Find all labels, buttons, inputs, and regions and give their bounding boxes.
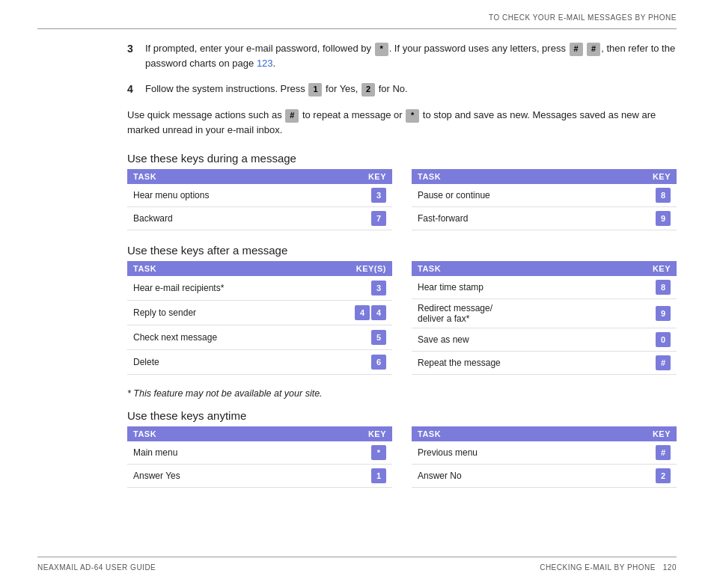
key-hash-para: # <box>285 109 299 123</box>
table-row: Previous menu # <box>412 441 677 465</box>
s1-key4: 9 <box>607 206 677 230</box>
page-header: TO CHECK YOUR E-MAIL MESSAGES BY PHONE <box>489 13 677 22</box>
section3-table-wrapper: TASK KEY Main menu * Answer Yes 1 <box>127 426 677 488</box>
s2-key5: 8 <box>613 276 677 299</box>
step-3-text: If prompted, enter your e-mail password,… <box>145 41 677 71</box>
table-row: Answer No 2 <box>412 464 677 487</box>
key-star-badge: * <box>375 43 388 56</box>
s3-task4: Answer No <box>412 464 599 487</box>
section2-table-wrapper: TASK KEY(S) Hear e-mail recipients* 3 Re… <box>127 261 677 375</box>
s2-task4: Delete <box>127 349 314 374</box>
table-row: Backward 7 <box>127 206 392 230</box>
table-row: Save as new 0 <box>412 328 677 351</box>
s1-task2: Pause or continue <box>412 184 607 207</box>
key-1-badge: 1 <box>308 83 322 97</box>
s3-col2-header: KEY <box>302 426 392 441</box>
table-row: Hear menu options 3 <box>127 184 392 207</box>
s2-task8: Repeat the message <box>412 351 613 374</box>
section3-right-table: TASK KEY Previous menu # Answer No 2 <box>412 426 677 488</box>
s1-col3-header: TASK <box>412 169 607 184</box>
table-gap2 <box>398 261 406 375</box>
s1-task4: Fast-forward <box>412 206 607 230</box>
s2-task6: Redirect message/deliver a fax* <box>412 298 613 328</box>
key-star-para: * <box>406 109 419 123</box>
s2-key2: 44 <box>314 300 392 325</box>
main-content: 3 If prompted, enter your e-mail passwor… <box>127 41 677 547</box>
feature-note: * This feature may not be available at y… <box>127 388 677 399</box>
section2-left-table: TASK KEY(S) Hear e-mail recipients* 3 Re… <box>127 261 392 375</box>
step-3-number: 3 <box>127 41 139 71</box>
section1-right-table: TASK KEY Pause or continue 8 Fast-forwar… <box>412 169 677 230</box>
table-row: Pause or continue 8 <box>412 184 677 207</box>
section3-left-table: TASK KEY Main menu * Answer Yes 1 <box>127 426 392 488</box>
s2-task5: Hear time stamp <box>412 276 613 299</box>
table-row: Check next message 5 <box>127 325 392 349</box>
table-row: Delete 6 <box>127 349 392 374</box>
s3-col4-header: KEY <box>599 426 677 441</box>
s3-col3-header: TASK <box>412 426 599 441</box>
key-hash-badge-1: # <box>570 43 583 56</box>
s1-task3: Backward <box>127 206 325 230</box>
footer-left: NEAXMAIL AD-64 USER GUIDE <box>37 563 156 572</box>
s1-col1-header: TASK <box>127 169 325 184</box>
step-4: 4 Follow the system instructions. Press … <box>127 82 677 97</box>
s3-key3: 1 <box>302 464 392 487</box>
table-row: Reply to sender 44 <box>127 300 392 325</box>
s1-col4-header: KEY <box>607 169 677 184</box>
s2-col2-header: KEY(S) <box>314 261 392 276</box>
table-gap <box>398 169 406 230</box>
table-gap3 <box>398 426 406 488</box>
s3-task1: Main menu <box>127 441 302 465</box>
s1-key3: 7 <box>325 206 392 230</box>
s1-task1: Hear menu options <box>127 184 325 207</box>
section2-right-table: TASK KEY Hear time stamp 8 Redirect mess… <box>412 261 677 375</box>
s1-key1: 3 <box>325 184 392 207</box>
s3-col1-header: TASK <box>127 426 302 441</box>
s2-key8: # <box>613 351 677 374</box>
section1-table-wrapper: TASK KEY Hear menu options 3 Backward 7 <box>127 169 677 230</box>
step-4-number: 4 <box>127 82 139 97</box>
step-3: 3 If prompted, enter your e-mail passwor… <box>127 41 677 71</box>
s3-task2: Previous menu <box>412 441 599 465</box>
key-hash-badge-2: # <box>587 43 600 56</box>
table-row: Answer Yes 1 <box>127 464 392 487</box>
s3-key2: # <box>599 441 677 465</box>
quick-actions-para: Use quick message actions such as # to r… <box>127 108 677 138</box>
s2-key3: 5 <box>314 325 392 349</box>
footer-right: CHECKING E-MAIL BY PHONE 120 <box>540 563 677 572</box>
header-line <box>37 28 677 29</box>
s3-task3: Answer Yes <box>127 464 302 487</box>
s3-key4: 2 <box>599 464 677 487</box>
table-row: Main menu * <box>127 441 392 465</box>
page-footer: NEAXMAIL AD-64 USER GUIDE CHECKING E-MAI… <box>37 557 677 572</box>
s2-task3: Check next message <box>127 325 314 349</box>
s2-key4: 6 <box>314 349 392 374</box>
step-4-text: Follow the system instructions. Press 1 … <box>145 82 408 97</box>
s2-key7: 0 <box>613 328 677 351</box>
s1-key2: 8 <box>607 184 677 207</box>
s2-col3-header: TASK <box>412 261 613 276</box>
s2-col4-header: KEY <box>613 261 677 276</box>
s2-task1: Hear e-mail recipients* <box>127 276 314 300</box>
header-title: TO CHECK YOUR E-MAIL MESSAGES BY PHONE <box>489 13 677 22</box>
s2-col1-header: TASK <box>127 261 314 276</box>
table-row: Fast-forward 9 <box>412 206 677 230</box>
s2-key1: 3 <box>314 276 392 300</box>
table-row: Hear e-mail recipients* 3 <box>127 276 392 300</box>
s2-task7: Save as new <box>412 328 613 351</box>
key-2-badge: 2 <box>361 83 375 97</box>
s2-key6: 9 <box>613 298 677 328</box>
table-row: Redirect message/deliver a fax* 9 <box>412 298 677 328</box>
page-container: TO CHECK YOUR E-MAIL MESSAGES BY PHONE N… <box>0 0 714 588</box>
section1-heading: Use these keys during a message <box>127 152 677 165</box>
section1-left-table: TASK KEY Hear menu options 3 Backward 7 <box>127 169 392 230</box>
page-link-123[interactable]: 123 <box>257 58 273 69</box>
table-row: Hear time stamp 8 <box>412 276 677 299</box>
s1-col2-header: KEY <box>325 169 392 184</box>
table-row: Repeat the message # <box>412 351 677 374</box>
section3-heading: Use these keys anytime <box>127 409 677 422</box>
section2-heading: Use these keys after a message <box>127 244 677 257</box>
s3-key1: * <box>302 441 392 465</box>
s2-task2: Reply to sender <box>127 300 314 325</box>
